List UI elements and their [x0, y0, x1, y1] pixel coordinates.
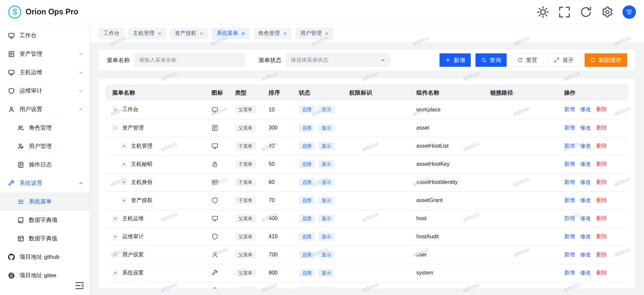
refresh-cache-button[interactable]: 刷新缓存: [585, 53, 627, 67]
row-delete-link[interactable]: 删除: [596, 270, 607, 276]
row-add-link[interactable]: 新增: [564, 143, 575, 149]
row-delete-link[interactable]: 删除: [596, 106, 607, 112]
sidebar-subitem[interactable]: 用户管理: [0, 137, 90, 155]
row-add-link[interactable]: 新增: [564, 270, 575, 276]
type-tag: 父菜单: [235, 105, 256, 113]
row-edit-link[interactable]: 修改: [580, 143, 591, 149]
row-delete-link[interactable]: 删除: [596, 179, 607, 185]
query-button[interactable]: 查询: [475, 53, 507, 67]
fullscreen-button[interactable]: [558, 6, 571, 18]
menu-name: 系统设置: [122, 269, 144, 277]
row-edit-link[interactable]: 修改: [580, 106, 591, 112]
row-add-link[interactable]: 新增: [564, 288, 575, 289]
expand-row-button[interactable]: +: [121, 143, 127, 149]
theme-toggle-button[interactable]: [537, 6, 549, 18]
expand-row-button[interactable]: +: [112, 252, 119, 258]
expand-row-button[interactable]: +: [121, 161, 127, 167]
sort-value: 800: [269, 270, 278, 276]
sidebar-item[interactable]: 系统设置: [0, 174, 90, 192]
visible-badge: 显示: [318, 105, 334, 113]
sidebar-subitem[interactable]: 数据字典值: [0, 229, 90, 248]
row-add-link[interactable]: 新增: [564, 125, 575, 131]
menu-status-select[interactable]: 请选择菜单状态: [286, 53, 390, 67]
row-edit-link[interactable]: 修改: [580, 270, 591, 276]
expand-row-button[interactable]: +: [112, 234, 119, 240]
table-row: 项目地址 github父菜单1000启用显示https://github.com…: [105, 282, 629, 288]
sidebar-collapse-button[interactable]: [74, 280, 85, 291]
tab-close-icon[interactable]: ×: [158, 31, 162, 37]
sort-value: 70: [269, 197, 275, 203]
row-edit-link[interactable]: 修改: [580, 288, 591, 289]
sidebar-item[interactable]: 资产管理: [0, 45, 90, 63]
row-delete-link[interactable]: 删除: [596, 215, 607, 221]
row-edit-link[interactable]: 修改: [580, 197, 591, 203]
menu-name-input[interactable]: [134, 53, 245, 67]
sidebar-item[interactable]: 工作台: [0, 26, 90, 45]
tab[interactable]: 资产授权×: [170, 28, 208, 39]
menu-name: 用户设置: [122, 251, 144, 258]
expand-row-button[interactable]: +: [112, 215, 119, 222]
row-delete-link[interactable]: 删除: [596, 197, 607, 203]
sort-value: 50: [269, 161, 275, 167]
sidebar-item[interactable]: 主机运维: [0, 63, 90, 82]
collapse-row-button[interactable]: −: [112, 125, 119, 131]
row-add-link[interactable]: 新增: [564, 197, 575, 203]
tab-close-icon[interactable]: ×: [200, 31, 203, 37]
row-add-link[interactable]: 新增: [564, 161, 575, 167]
refresh-button[interactable]: [580, 6, 592, 18]
row-add-link[interactable]: 新增: [564, 234, 575, 239]
tab-close-icon[interactable]: ×: [325, 31, 329, 37]
sidebar-subitem-label: 角色管理: [29, 124, 52, 132]
row-edit-link[interactable]: 修改: [580, 252, 591, 257]
expand-button[interactable]: 展开: [548, 53, 580, 67]
expand-row-button[interactable]: +: [112, 270, 119, 276]
tab[interactable]: 系统菜单×: [212, 28, 250, 39]
sidebar-subitem[interactable]: 操作日志: [0, 155, 90, 174]
row-add-link[interactable]: 新增: [564, 252, 575, 257]
tab-close-icon[interactable]: ×: [283, 31, 287, 37]
sidebar-item[interactable]: 运维审计: [0, 82, 90, 100]
row-delete-link[interactable]: 删除: [596, 288, 607, 289]
tab[interactable]: 主机管理×: [128, 28, 166, 39]
row-add-link[interactable]: 新增: [564, 215, 575, 221]
expand-row-button[interactable]: +: [121, 197, 127, 204]
expand-row-button[interactable]: +: [121, 179, 127, 186]
tab[interactable]: 角色管理×: [254, 28, 292, 39]
row-delete-link[interactable]: 删除: [596, 234, 607, 239]
sidebar-item-label: 项目地址 github: [19, 253, 59, 261]
user-edit-icon: [17, 143, 24, 150]
row-edit-link[interactable]: 修改: [580, 125, 591, 131]
sidebar-item[interactable]: 用户设置: [0, 100, 90, 118]
table-row: −资产管理父菜单300启用显示asset新增修改删除: [105, 119, 629, 137]
row-edit-link[interactable]: 修改: [580, 161, 591, 167]
row-delete-link[interactable]: 删除: [596, 125, 607, 131]
menu-name: 运维审计: [122, 233, 144, 240]
user-avatar[interactable]: 管: [623, 5, 636, 19]
sidebar-item[interactable]: 项目地址 github: [0, 248, 90, 266]
row-delete-link[interactable]: 删除: [596, 161, 607, 167]
row-delete-link[interactable]: 删除: [596, 252, 607, 257]
sidebar-subitem[interactable]: 数据字典项: [0, 211, 90, 229]
sidebar-subitem[interactable]: 系统菜单: [0, 192, 90, 211]
log-icon: [17, 161, 24, 168]
row-delete-link[interactable]: 删除: [596, 143, 607, 149]
gear-icon: [601, 6, 614, 18]
reset-button[interactable]: 重置: [511, 53, 543, 67]
row-edit-link[interactable]: 修改: [580, 234, 591, 239]
tab[interactable]: 工作台: [99, 28, 124, 39]
tab[interactable]: 用户管理×: [295, 28, 333, 39]
status-badge: 启用: [299, 214, 315, 223]
sidebar-subitem[interactable]: 角色管理: [0, 118, 90, 137]
row-add-link[interactable]: 新增: [564, 179, 575, 185]
row-edit-link[interactable]: 修改: [580, 215, 591, 221]
component-name: asset: [416, 125, 429, 131]
list-icon: [212, 125, 218, 131]
expand-row-button[interactable]: +: [112, 106, 119, 113]
settings-button[interactable]: [601, 6, 614, 18]
search-icon: [481, 57, 487, 63]
row-edit-link[interactable]: 修改: [580, 179, 591, 185]
add-button[interactable]: 新增: [440, 53, 471, 67]
row-add-link[interactable]: 新增: [564, 106, 575, 112]
tab-close-icon[interactable]: ×: [241, 31, 245, 37]
visible-badge: 显示: [318, 124, 334, 132]
